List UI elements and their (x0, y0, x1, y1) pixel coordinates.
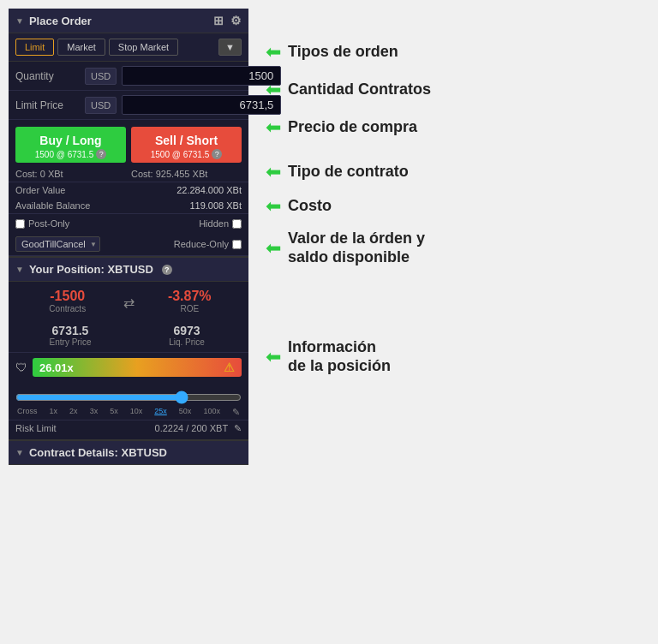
good-till-cancel-wrap: GoodTillCancel (15, 236, 100, 252)
buy-long-label: Buy / Long (39, 134, 101, 147)
annotations-panel: ⬅ Tipos de orden ⬅ Cantidad Contratos ⬅ … (248, 9, 649, 465)
liq-price-value: 6973 (132, 324, 242, 337)
post-only-label: Post-Only (28, 218, 69, 229)
cost-row: Cost: 0 XBt Cost: 925.455 XBt (9, 166, 248, 182)
sell-cost: Cost: 925.455 XBt (126, 169, 242, 179)
slider-10x: 10x (130, 407, 143, 418)
reduce-only-checkbox[interactable] (232, 240, 242, 249)
arrow-icon-1: ⬅ (266, 41, 281, 63)
gear-icon[interactable]: ⚙ (230, 14, 242, 27)
order-value-label: Order Value (15, 185, 66, 195)
available-balance-value: 119.008 XBt (189, 200, 242, 211)
hidden-check-item: Hidden (199, 218, 242, 229)
slider-3x: 3x (90, 407, 99, 418)
annotation-cost: ⬅ Costo (266, 195, 641, 218)
annotation-order-types: ⬅ Tipos de orden (266, 41, 641, 63)
order-type-stop-market[interactable]: Stop Market (109, 39, 178, 56)
hidden-label: Hidden (199, 218, 229, 229)
annotation-price: ⬅ Precio de compra (266, 116, 641, 139)
order-type-dropdown[interactable]: ▼ (218, 39, 242, 56)
risk-limit-row: Risk Limit 0.2224 / 200 XBT ✎ (9, 420, 248, 439)
order-type-market[interactable]: Market (57, 39, 105, 56)
swap-arrow-icon[interactable]: ⇄ (123, 289, 135, 317)
slider-100x: 100x (203, 407, 220, 418)
entry-price-block: 6731.5 Entry Price (15, 324, 125, 347)
annotation-text-5: Costo (288, 197, 332, 216)
slider-cross: Cross (17, 407, 38, 418)
contracts-value: -1500 (15, 289, 120, 304)
hidden-checkbox[interactable] (232, 219, 242, 229)
good-till-cancel-select[interactable]: GoodTillCancel (15, 236, 100, 252)
position-grid: -1500 Contracts ⇄ -3.87% ROE (9, 282, 248, 320)
post-only-check-item: Post-Only (15, 218, 69, 229)
leverage-value: 26.01x (39, 361, 74, 374)
sell-short-label: Sell / Short (155, 134, 218, 147)
buy-long-button[interactable]: Buy / Long 1500 @ 6731.5 ? (15, 127, 126, 163)
roe-value: -3.87% (138, 289, 242, 304)
sell-short-button[interactable]: Sell / Short 1500 @ 6731.5 ? (131, 127, 242, 163)
risk-limit-label: Risk Limit (15, 423, 57, 434)
entry-price-label: Entry Price (15, 337, 125, 347)
header-icons: ⊞ ⚙ (213, 14, 242, 27)
order-type-limit[interactable]: Limit (15, 39, 54, 56)
risk-limit-edit-icon[interactable]: ✎ (234, 423, 242, 433)
leverage-display: 🛡 26.01x ⚠ (15, 358, 242, 377)
slider-25x: 25x (154, 407, 167, 418)
arrow-icon-5: ⬅ (266, 195, 281, 218)
position-header: ▼ Your Position: XBTUSD ? (9, 256, 248, 282)
position-title: Your Position: XBTUSD (29, 263, 153, 276)
liq-price-block: 6973 Liq. Price (132, 324, 242, 347)
order-type-row: Limit Market Stop Market ▼ (9, 33, 248, 62)
risk-limit-value: 0.2224 / 200 XBT ✎ (155, 423, 242, 434)
slider-labels: Cross 1x 2x 3x 5x 10x 25x 50x 100x ✎ (15, 407, 242, 418)
quantity-currency: USD (85, 68, 117, 85)
position-chevron-icon: ▼ (15, 265, 24, 274)
quantity-row: Quantity USD (9, 62, 248, 91)
slider-2x: 2x (69, 407, 78, 418)
roe-label: ROE (138, 304, 242, 313)
position-help-icon[interactable]: ? (162, 265, 172, 275)
leverage-bar-section: 🛡 26.01x ⚠ (9, 352, 248, 387)
shield-icon: 🛡 (15, 361, 27, 374)
slider-edit-icon[interactable]: ✎ (232, 407, 240, 418)
place-order-header: ▼ Place Order ⊞ ⚙ (9, 9, 248, 33)
entry-price-value: 6731.5 (15, 324, 125, 337)
liq-price-label: Liq. Price (132, 337, 242, 347)
buy-help-icon[interactable]: ? (96, 149, 106, 159)
roe-block: -3.87% ROE (138, 289, 242, 313)
chevron-icon: ▼ (15, 16, 24, 26)
arrow-icon-6: ⬅ (266, 237, 281, 259)
limit-price-currency: USD (85, 97, 117, 114)
leverage-slider[interactable] (15, 391, 242, 404)
sell-sub-text: 1500 @ 6731.5 (151, 150, 210, 159)
arrow-icon-2: ⬅ (266, 79, 281, 101)
quantity-label: Quantity (15, 70, 80, 82)
contracts-label: Contracts (15, 304, 120, 313)
place-order-title: Place Order (29, 15, 92, 27)
order-value-value: 22.284.000 XBt (176, 185, 242, 195)
limit-price-label: Limit Price (15, 99, 80, 111)
slider-5x: 5x (110, 407, 118, 418)
annotation-quantity: ⬅ Cantidad Contratos (266, 79, 641, 101)
annotation-text-3: Precio de compra (288, 118, 417, 137)
arrow-icon-7: ⬅ (266, 346, 281, 368)
slider-50x: 50x (179, 407, 192, 418)
leverage-bar: 26.01x ⚠ (33, 358, 242, 377)
calculator-icon[interactable]: ⊞ (213, 14, 224, 27)
post-only-checkbox[interactable] (15, 219, 25, 229)
limit-price-row: Limit Price USD (9, 91, 248, 120)
annotation-contract-type: ⬅ Tipo de contrato (266, 161, 641, 183)
slider-1x: 1x (50, 407, 58, 418)
dropdown-row: GoodTillCancel Reduce-Only (9, 233, 248, 256)
buy-cost: Cost: 0 XBt (15, 169, 126, 179)
annotation-text-6: Valor de la órden y saldo disponible (288, 230, 425, 266)
sell-help-icon[interactable]: ? (212, 149, 222, 159)
slider-section: Cross 1x 2x 3x 5x 10x 25x 50x 100x ✎ (9, 387, 248, 420)
available-balance-label: Available Balance (15, 200, 90, 211)
annotation-order-value: ⬅ Valor de la órden y saldo disponible (266, 230, 641, 266)
annotation-text-7: Información de la posición (288, 338, 391, 375)
arrow-icon-3: ⬅ (266, 116, 281, 139)
annotation-text-1: Tipos de orden (288, 43, 398, 62)
checkboxes-row: Post-Only Hidden (9, 213, 248, 233)
annotation-position-info: ⬅ Información de la posición (266, 338, 641, 375)
